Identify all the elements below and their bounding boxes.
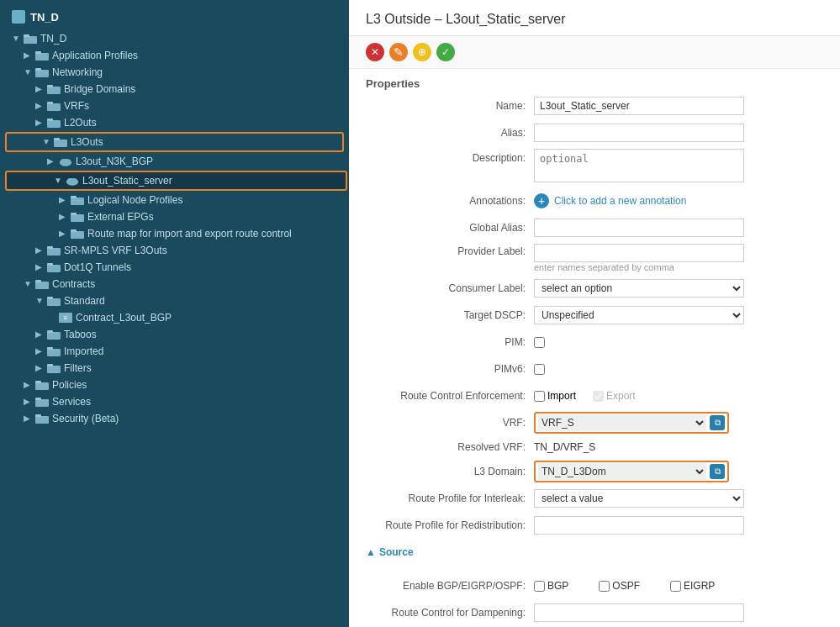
edit-button[interactable]: ✎	[389, 43, 408, 61]
l3-domain-select[interactable]: TN_D_L3Dom	[538, 463, 706, 480]
sidebar-item-standard[interactable]: ▼ Standard	[0, 292, 349, 309]
save-button[interactable]: ✓	[436, 43, 455, 61]
vrf-nav-icon[interactable]: ⧉	[710, 415, 725, 430]
provider-label-field[interactable]	[534, 244, 744, 262]
vrf-select[interactable]: VRF_S	[538, 414, 706, 431]
svg-rect-21	[71, 196, 77, 198]
sidebar-item-taboos[interactable]: ▶ Taboos	[0, 326, 349, 343]
consumer-label-select[interactable]: select an option	[534, 279, 744, 298]
dampening-field[interactable]	[534, 603, 744, 622]
import-label: Import	[534, 390, 576, 402]
sidebar-item-route-map[interactable]: ▶ Route map for import and export route …	[0, 225, 349, 242]
svg-rect-13	[54, 138, 60, 140]
folder-icon	[47, 363, 61, 373]
resolved-vrf-row: Resolved VRF: TN_D/VRF_S	[366, 439, 823, 456]
bgp-form: Enable BGP/EIGRP/OSPF: BGP OSPF EIGRP Ro…	[349, 570, 840, 627]
chevron-down-icon: ▼	[12, 34, 22, 44]
sidebar-item-policies[interactable]: ▶ Policies	[0, 377, 349, 393]
svg-rect-31	[35, 280, 41, 282]
pimv6-row: PIMv6:	[366, 358, 823, 380]
ospf-checkbox[interactable]	[599, 581, 610, 592]
svg-rect-9	[47, 102, 53, 104]
sidebar-item-services[interactable]: ▶ Services	[0, 393, 349, 410]
chevron-right-icon: ▶	[59, 212, 69, 222]
svg-rect-29	[47, 263, 53, 266]
svg-rect-36	[47, 349, 61, 356]
provider-hint: enter names separated by comma	[534, 262, 744, 272]
route-interleak-field-wrap: select a value	[534, 489, 744, 508]
sidebar-item-l2outs[interactable]: ▶ L2Outs	[0, 114, 349, 131]
ospf-item: OSPF	[599, 580, 640, 592]
sidebar-item-tn-d[interactable]: ▼ TN_D	[0, 30, 349, 47]
sidebar-item-l3out-n3k-bgp[interactable]: ▶ L3out_N3K_BGP	[0, 153, 349, 170]
sidebar-item-logical-node-profiles[interactable]: ▶ Logical Node Profiles	[0, 192, 349, 208]
import-checkbox[interactable]	[534, 391, 545, 402]
clone-button[interactable]: ⊕	[413, 43, 431, 61]
export-checkbox[interactable]	[593, 391, 604, 402]
svg-rect-43	[35, 398, 41, 400]
sidebar-item-l3out-static-server[interactable]: ▼ L3out_Static_server	[7, 172, 346, 189]
svg-rect-26	[47, 248, 61, 256]
sidebar-item-label: Application Profiles	[52, 50, 138, 61]
folder-icon	[24, 34, 37, 44]
pimv6-checkbox[interactable]	[534, 364, 545, 375]
sidebar-item-label: Imported	[64, 345, 103, 357]
svg-point-16	[66, 159, 71, 164]
route-interleak-select[interactable]: select a value	[534, 489, 744, 508]
folder-icon	[47, 101, 61, 111]
sidebar-item-imported[interactable]: ▶ Imported	[0, 343, 349, 360]
chevron-down-icon: ▼	[24, 279, 34, 289]
pim-field-wrap	[534, 337, 744, 348]
name-field[interactable]	[534, 97, 744, 115]
sidebar-item-contracts[interactable]: ▼ Contracts	[0, 276, 349, 292]
chevron-right-icon: ▶	[24, 50, 34, 61]
route-interleak-label: Route Profile for Interleak:	[366, 493, 534, 504]
description-row: Description:	[366, 149, 823, 185]
annotations-label: Annotations:	[366, 195, 534, 207]
route-redis-field-wrap	[534, 516, 744, 535]
sidebar-item-bridge-domains[interactable]: ▶ Bridge Domains	[0, 81, 349, 97]
route-redis-row: Route Profile for Redistribution:	[366, 514, 823, 536]
sidebar-item-dot1q[interactable]: ▶ Dot1Q Tunnels	[0, 259, 349, 276]
properties-form: Name: Alias: Description: Annotations: +…	[349, 95, 840, 541]
bgp-checkbox[interactable]	[534, 581, 545, 592]
sidebar-item-label: Services	[52, 396, 91, 408]
sidebar-item-l3outs[interactable]: ▼ L3Outs	[7, 134, 342, 150]
source-section-header[interactable]: ▲ Source	[349, 541, 840, 563]
pim-row: PIM:	[366, 331, 823, 353]
sidebar-item-networking[interactable]: ▼ Networking	[0, 64, 349, 81]
description-field[interactable]	[534, 149, 744, 182]
sidebar-item-sr-mpls[interactable]: ▶ SR-MPLS VRF L3Outs	[0, 242, 349, 259]
global-alias-field[interactable]	[534, 219, 744, 237]
sidebar-item-filters[interactable]: ▶ Filters	[0, 360, 349, 377]
folder-icon	[47, 118, 61, 128]
folder-icon	[35, 50, 49, 61]
eigrp-checkbox[interactable]	[670, 581, 681, 592]
pim-label: PIM:	[366, 336, 534, 348]
target-dscp-label: Target DSCP:	[366, 309, 534, 321]
alias-field[interactable]	[534, 124, 744, 142]
name-label: Name:	[366, 100, 534, 112]
chevron-right-icon: ▶	[35, 346, 45, 356]
sidebar-item-contract-l3out-bgp[interactable]: ▶ ≡ Contract_L3out_BGP	[0, 309, 349, 326]
sidebar-item-security-beta[interactable]: ▶ Security (Beta)	[0, 410, 349, 427]
sidebar-item-label: Logical Node Profiles	[87, 194, 182, 206]
folder-icon	[54, 137, 67, 147]
svg-rect-32	[47, 298, 61, 306]
svg-rect-27	[47, 246, 53, 249]
svg-rect-25	[71, 229, 77, 232]
pim-checkbox[interactable]	[534, 337, 545, 348]
delete-button[interactable]: ✕	[366, 43, 384, 61]
target-dscp-select[interactable]: Unspecified	[534, 306, 744, 324]
sidebar-item-app-profiles[interactable]: ▶ Application Profiles	[0, 47, 349, 64]
folder-icon	[47, 245, 61, 256]
sidebar-item-vrfs[interactable]: ▶ VRFs	[0, 97, 349, 114]
sidebar-item-label: Standard	[64, 295, 105, 307]
svg-rect-41	[35, 381, 41, 383]
route-redis-field[interactable]	[534, 516, 744, 535]
vrf-select-wrap: VRF_S ⧉	[534, 412, 729, 434]
annotations-row: Annotations: + Click to add a new annota…	[366, 190, 823, 212]
sidebar-item-external-epgs[interactable]: ▶ External EPGs	[0, 208, 349, 225]
l3-domain-nav-icon[interactable]: ⧉	[710, 464, 725, 479]
add-annotation-button[interactable]: +	[534, 193, 549, 208]
